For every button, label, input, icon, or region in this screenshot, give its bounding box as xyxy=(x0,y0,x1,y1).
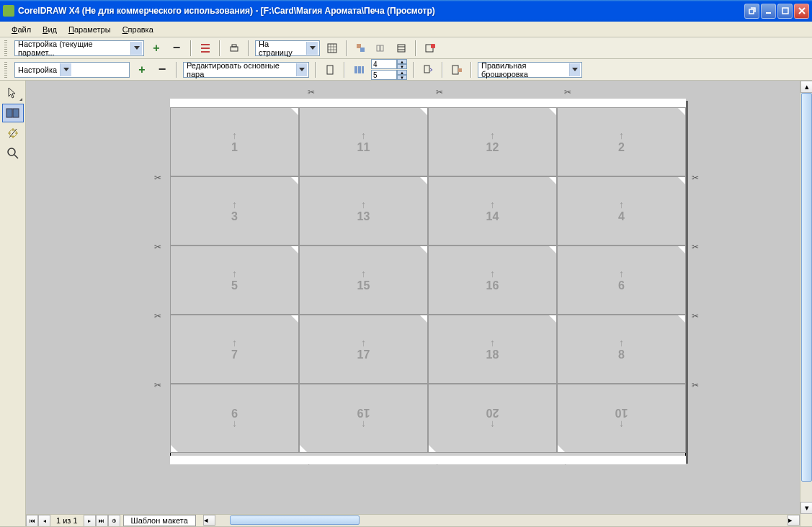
svg-rect-18 xyxy=(458,68,462,72)
print-button[interactable] xyxy=(226,40,242,56)
cols-up[interactable]: ▲ xyxy=(397,59,407,64)
layout-cell[interactable]: ↑19 xyxy=(299,384,428,453)
layout-cell[interactable]: ↑18 xyxy=(428,315,557,384)
options-button[interactable] xyxy=(197,40,213,56)
scissor-icon: ✂ xyxy=(154,380,161,390)
menu-help[interactable]: Справка xyxy=(117,23,159,36)
scroll-right-button[interactable]: ▸ xyxy=(788,515,800,526)
rows-input[interactable]: 5 xyxy=(371,70,397,80)
svg-rect-20 xyxy=(13,109,19,117)
last-page-button[interactable]: ⏭ xyxy=(96,515,108,527)
zoom-tool[interactable] xyxy=(2,144,24,163)
close-preview-button[interactable] xyxy=(422,40,438,56)
layout-cell[interactable]: ↑5 xyxy=(170,246,299,315)
imposition-button-2[interactable] xyxy=(373,40,389,56)
layout-cell[interactable]: ↑6 xyxy=(557,246,686,315)
layout-cell[interactable]: ↑1 xyxy=(170,107,299,176)
full-screen-button[interactable] xyxy=(324,40,340,56)
imposition-layout-tool[interactable] xyxy=(2,104,24,122)
duplex-button[interactable] xyxy=(420,62,436,78)
imposition-button-1[interactable] xyxy=(353,40,369,56)
rows-up[interactable]: ▲ xyxy=(397,70,407,75)
vertical-scrollbar[interactable]: ▴ ▾ xyxy=(800,81,812,526)
layout-cell[interactable]: ↑16 xyxy=(428,246,557,315)
restore-secondary-button[interactable] xyxy=(744,4,759,19)
first-page-button[interactable]: ⏮ xyxy=(26,515,38,527)
add-preset-button[interactable]: + xyxy=(148,40,164,56)
svg-rect-9 xyxy=(398,45,405,52)
remove-preset-button-2[interactable]: − xyxy=(154,62,170,78)
scissor-icon: ✂ xyxy=(692,242,699,252)
template-button[interactable] xyxy=(449,62,465,78)
titlebar: CorelDRAW X4 (Не для коммерческого испол… xyxy=(0,0,812,22)
layout-cell[interactable]: ↑8 xyxy=(557,315,686,384)
toolbar-grip[interactable] xyxy=(4,40,7,56)
svg-rect-8 xyxy=(380,45,383,51)
preset-dropdown-1[interactable]: Настройка (текущие парамет... xyxy=(14,40,144,56)
scissor-icon: ✂ xyxy=(154,173,161,183)
single-page-button[interactable] xyxy=(322,62,338,78)
horizontal-scrollbar[interactable]: ◂ ▸ xyxy=(203,515,800,527)
layout-cell[interactable]: ↑11 xyxy=(299,107,428,176)
svg-point-22 xyxy=(8,148,15,156)
next-page-button[interactable]: ▸ xyxy=(84,515,96,527)
layout-cell[interactable]: ↑3 xyxy=(170,176,299,246)
cols-down[interactable]: ▼ xyxy=(397,64,407,69)
svg-rect-0 xyxy=(766,12,771,14)
menu-view[interactable]: Вид xyxy=(37,23,63,36)
grid-cols-icon xyxy=(351,62,367,78)
menu-file[interactable]: Файл xyxy=(6,23,37,36)
svg-rect-16 xyxy=(424,66,429,73)
binding-dropdown[interactable]: Правильная брошюровка xyxy=(478,62,582,78)
page-tab[interactable]: Шаблон макета xyxy=(123,515,196,526)
layout-cell[interactable]: ↑4 xyxy=(557,176,686,246)
edit-settings-label: Редактировать основные пара xyxy=(187,61,293,78)
toolbar-grip-2[interactable] xyxy=(4,62,7,78)
minimize-button[interactable] xyxy=(761,4,776,19)
scissor-icon: ✂ xyxy=(564,87,571,97)
layout-cell[interactable]: ↑7 xyxy=(170,315,299,384)
edit-settings-dropdown[interactable]: Редактировать основные пара xyxy=(183,62,309,78)
layout-cell[interactable]: ↑10 xyxy=(557,384,686,453)
preset-dropdown-1-label: Настройка (текущие парамет... xyxy=(18,40,128,57)
layout-cell[interactable]: ↑9 xyxy=(170,384,299,453)
layout-cell[interactable]: ↑20 xyxy=(428,384,557,453)
layout-cell[interactable]: ↑14 xyxy=(428,176,557,246)
svg-rect-1 xyxy=(782,8,788,14)
hscroll-thumb[interactable] xyxy=(230,515,360,525)
vscroll-thumb[interactable] xyxy=(801,93,812,482)
scroll-down-button[interactable]: ▾ xyxy=(800,502,812,514)
maximize-button[interactable] xyxy=(777,4,793,19)
cols-input[interactable]: 4 xyxy=(371,59,397,69)
layout-cell[interactable]: ↑15 xyxy=(299,246,428,315)
scissor-icon: ✂ xyxy=(692,311,699,321)
close-button[interactable] xyxy=(794,4,809,19)
layout-cell[interactable]: ↑17 xyxy=(299,315,428,384)
layout-cell[interactable]: ↑12 xyxy=(428,107,557,176)
window-title: CorelDRAW X4 (Не для коммерческого испол… xyxy=(18,6,744,16)
scissor-icon: ✂ xyxy=(436,87,443,97)
fit-dropdown[interactable]: На страницу xyxy=(255,40,320,56)
add-preset-button-2[interactable]: + xyxy=(134,62,150,78)
prev-page-button[interactable]: ◂ xyxy=(38,515,50,527)
layout-cell[interactable]: ↑13 xyxy=(299,176,428,246)
scroll-up-button[interactable]: ▴ xyxy=(800,81,812,93)
pick-tool[interactable] xyxy=(2,84,24,102)
rows-down[interactable]: ▼ xyxy=(397,75,407,80)
menu-params[interactable]: Параметры xyxy=(63,23,117,36)
toolbar-2: Настройка + − Редактировать основные пар… xyxy=(0,59,812,81)
preset-dropdown-2[interactable]: Настройка xyxy=(14,62,130,78)
svg-rect-11 xyxy=(431,44,435,48)
layout-cell[interactable]: ↑2 xyxy=(557,107,686,176)
svg-rect-14 xyxy=(358,66,361,73)
add-page-button[interactable]: ⊕ xyxy=(108,515,120,527)
scissor-icon: ✂ xyxy=(154,311,161,321)
marks-placement-tool[interactable] xyxy=(2,124,24,143)
scroll-left-button[interactable]: ◂ xyxy=(203,515,215,526)
app-icon xyxy=(3,5,14,17)
page-preview: ↑1↑11↑12↑2↑3↑13↑14↑4↑5↑15↑16↑6↑7↑17↑18↑8… xyxy=(170,99,689,464)
menubar: Файл Вид Параметры Справка xyxy=(0,22,812,37)
marks-button[interactable] xyxy=(393,40,409,56)
remove-preset-button[interactable]: − xyxy=(169,40,184,56)
canvas-area[interactable]: ✂ ✂ ✂ ✂ ✂ ✂ ✂ ✂ ✂ ✂ ✂ ✂ ✂ ✂ ↑1↑11↑12↑2↑3… xyxy=(26,81,812,526)
